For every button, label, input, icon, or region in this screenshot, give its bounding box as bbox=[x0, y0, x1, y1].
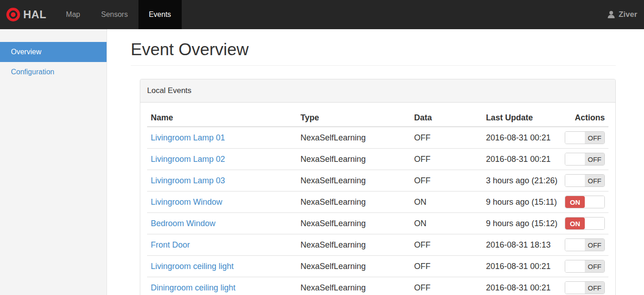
sidebar-item-overview[interactable]: Overview bbox=[0, 42, 107, 62]
device-data: OFF bbox=[410, 234, 482, 256]
events-table: Name Type Data Last Update Actions Livin… bbox=[147, 109, 608, 295]
main-nav: Map Sensors Events bbox=[56, 0, 182, 29]
device-type: NexaSelfLearning bbox=[297, 170, 410, 191]
page-title: Event Overview bbox=[131, 40, 616, 66]
toggle-label: OFF bbox=[585, 282, 604, 294]
table-row: Front Door NexaSelfLearning OFF 2016-08-… bbox=[147, 234, 608, 256]
toggle-handle bbox=[565, 132, 585, 144]
device-last-update: 2016-08-31 00:21 bbox=[482, 277, 561, 295]
main-content: Event Overview Local Events Name Type Da… bbox=[107, 29, 644, 295]
toggle-label: ON bbox=[565, 217, 585, 229]
toggle-switch[interactable]: OFF bbox=[565, 260, 605, 273]
device-link[interactable]: Diningroom ceiling light bbox=[151, 283, 235, 292]
nav-item-events[interactable]: Events bbox=[138, 0, 182, 29]
device-type: NexaSelfLearning bbox=[297, 256, 410, 277]
table-row: Livingroom Window NexaSelfLearning ON 9 … bbox=[147, 191, 608, 213]
column-header-name: Name bbox=[147, 109, 297, 127]
device-link[interactable]: Livingroom Lamp 03 bbox=[151, 176, 225, 185]
page-layout: Overview Configuration Event Overview Lo… bbox=[0, 29, 644, 295]
user-icon bbox=[607, 10, 616, 19]
nav-item-label: Sensors bbox=[101, 10, 128, 19]
toggle-handle bbox=[585, 217, 604, 229]
toggle-label: OFF bbox=[585, 175, 604, 186]
device-link[interactable]: Livingroom Window bbox=[151, 197, 222, 207]
toggle-switch[interactable]: OFF bbox=[565, 174, 605, 187]
toggle-handle bbox=[565, 175, 585, 186]
toggle-switch[interactable]: OFF bbox=[565, 281, 605, 294]
brand[interactable]: HAL bbox=[0, 0, 56, 29]
user-menu[interactable]: Ziver bbox=[600, 0, 644, 29]
device-data: OFF bbox=[410, 170, 482, 191]
column-header-type: Type bbox=[297, 109, 410, 127]
table-row: Diningroom ceiling light NexaSelfLearnin… bbox=[147, 277, 608, 295]
device-link[interactable]: Livingroom Lamp 01 bbox=[151, 133, 225, 142]
toggle-switch[interactable]: ON bbox=[565, 217, 605, 230]
bullseye-logo-icon bbox=[6, 8, 20, 21]
toggle-label: OFF bbox=[585, 132, 604, 144]
device-data: OFF bbox=[410, 256, 482, 277]
toggle-handle bbox=[585, 196, 604, 208]
panel-title: Local Events bbox=[140, 79, 615, 103]
brand-title: HAL bbox=[23, 8, 46, 21]
sidebar-item-label: Configuration bbox=[11, 68, 54, 76]
device-last-update: 2016-08-31 00:21 bbox=[482, 256, 561, 277]
table-header-row: Name Type Data Last Update Actions bbox=[147, 109, 608, 127]
toggle-handle bbox=[565, 239, 585, 251]
device-data: ON bbox=[410, 191, 482, 213]
device-link[interactable]: Livingroom ceiling light bbox=[151, 262, 234, 271]
toggle-handle bbox=[565, 260, 585, 272]
device-link[interactable]: Bedroom Window bbox=[151, 219, 215, 228]
local-events-panel: Local Events Name Type Data Last Update … bbox=[140, 79, 616, 295]
toggle-label: OFF bbox=[585, 260, 604, 272]
device-last-update: 2016-08-31 00:21 bbox=[482, 127, 561, 149]
device-data: OFF bbox=[410, 277, 482, 295]
column-header-actions: Actions bbox=[561, 109, 608, 127]
device-last-update: 9 hours ago (15:12) bbox=[482, 213, 561, 234]
toggle-handle bbox=[565, 153, 585, 165]
toggle-label: OFF bbox=[585, 153, 604, 165]
device-data: ON bbox=[410, 213, 482, 234]
nav-item-label: Map bbox=[66, 10, 80, 19]
toggle-switch[interactable]: OFF bbox=[565, 238, 605, 251]
device-type: NexaSelfLearning bbox=[297, 191, 410, 213]
device-type: NexaSelfLearning bbox=[297, 149, 410, 170]
toggle-switch[interactable]: OFF bbox=[565, 131, 605, 144]
toggle-switch[interactable]: OFF bbox=[565, 153, 605, 166]
sidebar: Overview Configuration bbox=[0, 29, 107, 295]
toggle-handle bbox=[565, 282, 585, 294]
device-link[interactable]: Front Door bbox=[151, 240, 190, 249]
device-type: NexaSelfLearning bbox=[297, 234, 410, 256]
table-row: Livingroom ceiling light NexaSelfLearnin… bbox=[147, 256, 608, 277]
device-last-update: 3 hours ago (21:26) bbox=[482, 170, 561, 191]
nav-item-sensors[interactable]: Sensors bbox=[91, 0, 138, 29]
device-last-update: 2016-08-31 00:21 bbox=[482, 149, 561, 170]
nav-item-label: Events bbox=[149, 10, 171, 19]
table-row: Livingroom Lamp 02 NexaSelfLearning OFF … bbox=[147, 149, 608, 170]
table-row: Livingroom Lamp 01 NexaSelfLearning OFF … bbox=[147, 127, 608, 149]
device-data: OFF bbox=[410, 149, 482, 170]
user-name: Ziver bbox=[618, 10, 637, 19]
device-data: OFF bbox=[410, 127, 482, 149]
panel-body: Name Type Data Last Update Actions Livin… bbox=[140, 103, 615, 295]
device-last-update: 2016-08-31 18:13 bbox=[482, 234, 561, 256]
sidebar-item-configuration[interactable]: Configuration bbox=[0, 62, 107, 82]
device-type: NexaSelfLearning bbox=[297, 277, 410, 295]
nav-item-map[interactable]: Map bbox=[56, 0, 91, 29]
device-type: NexaSelfLearning bbox=[297, 213, 410, 234]
column-header-last-update: Last Update bbox=[482, 109, 561, 127]
sidebar-item-label: Overview bbox=[11, 48, 41, 56]
toggle-label: ON bbox=[565, 196, 585, 208]
toggle-switch[interactable]: ON bbox=[565, 196, 605, 208]
device-link[interactable]: Livingroom Lamp 02 bbox=[151, 155, 225, 164]
table-row: Livingroom Lamp 03 NexaSelfLearning OFF … bbox=[147, 170, 608, 191]
column-header-data: Data bbox=[410, 109, 482, 127]
top-navbar: HAL Map Sensors Events Ziver bbox=[0, 0, 644, 29]
toggle-label: OFF bbox=[585, 239, 604, 251]
device-last-update: 9 hours ago (15:11) bbox=[482, 191, 561, 213]
device-type: NexaSelfLearning bbox=[297, 127, 410, 149]
table-row: Bedroom Window NexaSelfLearning ON 9 hou… bbox=[147, 213, 608, 234]
